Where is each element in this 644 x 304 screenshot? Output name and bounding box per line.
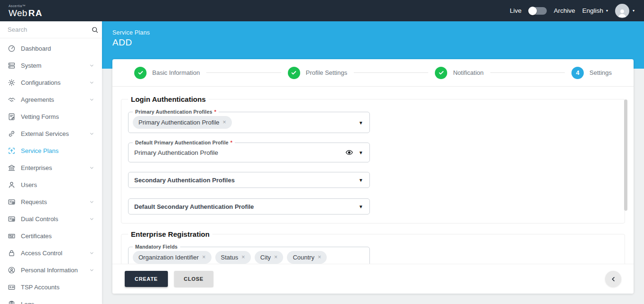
sidebar-item-personal-information[interactable]: Personal Information	[0, 261, 102, 278]
system-icon	[8, 62, 16, 70]
sidebar-item-label: System	[21, 62, 41, 69]
toggle-knob[interactable]	[528, 7, 537, 15]
sidebar-item-tsp-accounts[interactable]: TSP Accounts	[0, 278, 102, 295]
selected-chips: Organization Identifier×Status×City×Coun…	[133, 251, 327, 264]
live-archive-toggle[interactable]	[529, 7, 547, 15]
live-label: Live	[510, 7, 522, 14]
sidebar-item-agreements[interactable]: Agreements	[0, 91, 102, 108]
remove-chip-icon[interactable]: ×	[223, 119, 226, 125]
brand-product: WebRA	[9, 9, 43, 18]
field-label: Mandatory Fields	[135, 244, 178, 250]
scrollbar-thumb[interactable]	[624, 99, 627, 211]
request-icon	[8, 198, 16, 206]
sidebar-item-dashboard[interactable]: Dashboard	[0, 40, 102, 57]
dropdown-caret-icon[interactable]: ▼	[359, 204, 363, 209]
remove-chip-icon[interactable]: ×	[202, 254, 205, 260]
sidebar-item-requests[interactable]: Requests	[0, 193, 102, 210]
chevron-down-icon	[89, 80, 94, 85]
dashboard-icon	[8, 45, 16, 53]
sidebar-item-label: Users	[21, 181, 37, 188]
section-title: Enterprise Registration	[128, 230, 212, 238]
remove-chip-icon[interactable]: ×	[241, 254, 245, 260]
step-connector	[354, 72, 428, 73]
step-notification[interactable]: Notification	[435, 67, 483, 79]
default-primary-auth-profile-field[interactable]: Default Primary Authentication Profile* …	[128, 143, 370, 162]
wizard-card: Basic InformationProfile SettingsNotific…	[112, 59, 634, 294]
sidebar-item-label: Agreements	[21, 96, 54, 103]
section-title: Login Authentications	[128, 95, 209, 103]
chevron-down-icon: ▾	[633, 9, 635, 13]
secondary-auth-profiles-field[interactable]: Secondary Authentication Profiles ▼	[128, 172, 370, 188]
primary-auth-profiles-field[interactable]: Primary Authentication Profiles* Primary…	[128, 112, 370, 133]
person-icon	[616, 8, 628, 18]
form-scroll-area: Login Authentications Primary Authentica…	[112, 87, 634, 264]
top-bar-controls: Live Archive English ▾ ▾	[510, 4, 635, 18]
search-icon[interactable]	[91, 26, 99, 34]
step-profile-settings[interactable]: Profile Settings	[288, 67, 347, 79]
sidebar-item-label: Service Plans	[21, 147, 58, 154]
selected-value: Primary Authentication Profile	[134, 149, 218, 156]
chevron-down-icon	[89, 97, 94, 102]
selected-chips: Primary Authentication Profile×	[133, 116, 232, 129]
wizard-footer: CREATE CLOSE	[112, 264, 634, 294]
check-icon	[134, 67, 147, 79]
dropdown-caret-icon[interactable]: ▼	[359, 178, 363, 183]
chevron-down-icon	[89, 250, 94, 256]
back-button[interactable]	[605, 271, 621, 287]
chevron-left-icon	[610, 276, 617, 283]
step-basic-information[interactable]: Basic Information	[134, 67, 200, 79]
brand-company: Ascertia™	[9, 4, 43, 8]
chevron-down-icon	[89, 268, 94, 273]
main-area: Service Plans ADD Basic InformationProfi…	[102, 21, 644, 304]
close-button[interactable]: CLOSE	[174, 271, 213, 287]
dropdown-caret-icon[interactable]: ▼	[359, 120, 363, 125]
sidebar-item-label: Dashboard	[21, 45, 51, 52]
step-connector	[206, 72, 281, 73]
page-title: ADD	[112, 37, 634, 48]
chevron-down-icon	[89, 131, 94, 136]
chevron-down-icon	[89, 63, 94, 68]
sidebar-item-configurations[interactable]: Configurations	[0, 74, 102, 91]
sidebar-item-label: Logs	[21, 301, 34, 304]
bank-icon	[8, 164, 16, 172]
gear-icon	[8, 79, 16, 87]
user-menu[interactable]: ▾	[615, 4, 635, 18]
chevron-down-icon	[89, 216, 94, 222]
sidebar-item-external-services[interactable]: External Services	[0, 125, 102, 142]
chip-label: Country	[293, 254, 314, 261]
sidebar: DashboardSystemConfigurationsAgreementsV…	[0, 21, 102, 304]
sidebar-item-logs[interactable]: Logs	[0, 295, 102, 304]
remove-chip-icon[interactable]: ×	[274, 254, 277, 260]
mandatory-fields-field[interactable]: Mandatory Fields Organization Identifier…	[128, 247, 370, 264]
default-secondary-auth-profile-field[interactable]: Default Secondary Authentication Profile…	[128, 198, 370, 215]
sidebar-item-access-control[interactable]: Access Control	[0, 244, 102, 261]
sidebar-item-system[interactable]: System	[0, 57, 102, 74]
remove-chip-icon[interactable]: ×	[318, 254, 321, 260]
language-selector[interactable]: English ▾	[582, 7, 608, 14]
chevron-down-icon	[89, 165, 94, 170]
app-logo: Ascertia™ WebRA	[9, 4, 43, 18]
sidebar-item-enterprises[interactable]: Enterprises	[0, 159, 102, 176]
chip: Country×	[287, 251, 327, 264]
search-input[interactable]	[8, 26, 91, 33]
step-settings[interactable]: 4Settings	[571, 67, 612, 79]
chip-label: Primary Authentication Profile	[138, 119, 220, 126]
dual-icon	[8, 215, 16, 223]
sidebar-item-certificates[interactable]: Certificates	[0, 227, 102, 244]
sidebar-item-label: External Services	[21, 130, 69, 137]
create-button[interactable]: CREATE	[125, 271, 168, 287]
required-asterisk: *	[230, 140, 232, 146]
field-label: Primary Authentication Profiles	[135, 109, 212, 115]
id-card-icon	[8, 283, 16, 291]
sidebar-item-users[interactable]: Users	[0, 176, 102, 193]
eye-icon[interactable]	[345, 149, 353, 157]
sidebar-item-vetting-forms[interactable]: Vetting Forms	[0, 108, 102, 125]
sidebar-item-dual-controls[interactable]: Dual Controls	[0, 210, 102, 227]
dropdown-caret-icon[interactable]: ▼	[359, 150, 363, 155]
person-circle-icon	[8, 266, 16, 274]
check-icon	[435, 67, 447, 79]
sidebar-item-service-plans[interactable]: Service Plans	[0, 142, 102, 159]
sidebar-item-label: Access Control	[21, 250, 62, 257]
chevron-down-icon: ▾	[606, 9, 608, 13]
avatar[interactable]	[615, 4, 629, 18]
